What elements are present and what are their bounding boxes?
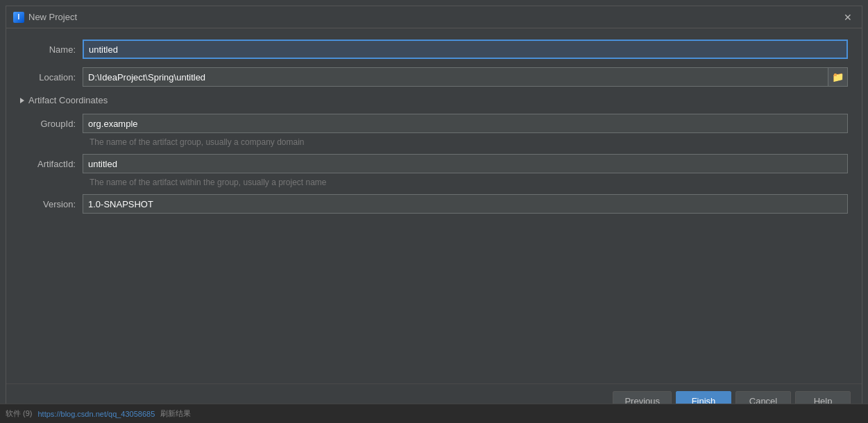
artifact-section-title: Artifact Coordinates bbox=[28, 95, 108, 105]
browse-button[interactable]: 📁 bbox=[828, 67, 848, 87]
location-input-group: 📁 bbox=[83, 67, 848, 87]
close-button[interactable]: ✕ bbox=[841, 10, 855, 24]
section-collapse-arrow[interactable] bbox=[20, 98, 24, 103]
groupid-help-text: The name of the artifact group, usually … bbox=[90, 137, 848, 147]
artifact-section-header: Artifact Coordinates bbox=[20, 95, 848, 105]
title-bar: I New Project ✕ bbox=[6, 6, 862, 28]
taskbar: 软件 (9) https://blog.csdn.net/qq_43058685… bbox=[0, 404, 868, 423]
location-row: Location: 📁 bbox=[20, 67, 848, 87]
new-project-dialog: I New Project ✕ Name: Location: 📁 Artifa… bbox=[6, 6, 862, 418]
location-label: Location: bbox=[20, 72, 83, 83]
name-input[interactable] bbox=[83, 40, 848, 59]
dialog-title: New Project bbox=[28, 12, 77, 22]
name-row: Name: bbox=[20, 40, 848, 59]
app-icon: I bbox=[13, 12, 24, 23]
version-row: Version: bbox=[20, 194, 848, 214]
taskbar-text: 软件 (9) bbox=[6, 408, 33, 419]
version-label: Version: bbox=[20, 199, 83, 209]
groupid-input[interactable] bbox=[83, 114, 848, 133]
groupid-row: GroupId: bbox=[20, 114, 848, 133]
name-label: Name: bbox=[20, 44, 83, 55]
taskbar-link[interactable]: https://blog.csdn.net/qq_43058685 bbox=[38, 410, 155, 418]
artifactid-help-text: The name of the artifact within the grou… bbox=[90, 178, 848, 187]
groupid-label: GroupId: bbox=[20, 119, 83, 129]
taskbar-extra: 刷新结果 bbox=[160, 408, 191, 419]
artifactid-row: ArtifactId: bbox=[20, 154, 848, 173]
version-input[interactable] bbox=[83, 194, 848, 214]
artifactid-input[interactable] bbox=[83, 154, 848, 173]
location-input[interactable] bbox=[83, 67, 828, 87]
title-bar-left: I New Project bbox=[13, 12, 77, 23]
dialog-content: Name: Location: 📁 Artifact Coordinates G… bbox=[6, 28, 862, 383]
artifactid-label: ArtifactId: bbox=[20, 159, 83, 169]
